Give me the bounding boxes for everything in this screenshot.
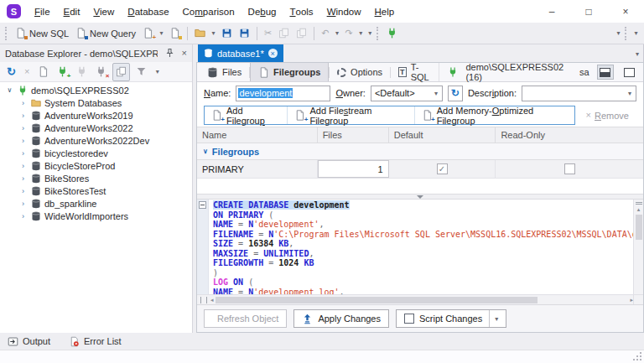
horizontal-scrollbar[interactable]: ◂ ▸: [197, 294, 643, 304]
splitter-handle-icon[interactable]: [417, 195, 423, 199]
expand-chevron-icon[interactable]: ›: [18, 149, 28, 158]
grid-sql-splitter[interactable]: [197, 194, 643, 200]
tree-item[interactable]: ›System Databases: [0, 96, 192, 109]
minimize-button[interactable]: –: [533, 0, 570, 23]
cut-button[interactable]: ✂: [261, 24, 275, 43]
fold-icon[interactable]: [199, 201, 206, 209]
scroll-up-icon[interactable]: ▴: [637, 206, 641, 212]
add-memory-optimized-filegroup-button[interactable]: +Add Memory-Optimized Filegroup: [414, 106, 574, 124]
new-sql-button[interactable]: New SQL: [12, 24, 72, 43]
tree-item[interactable]: ›AdventureWorks2022Dev: [0, 134, 192, 147]
toolbar-overflow-dropdown[interactable]: ▾: [631, 30, 641, 37]
tab-error-list[interactable]: Error List: [69, 336, 122, 347]
group-chevron-icon[interactable]: ∨: [203, 148, 208, 155]
redo-dropdown[interactable]: ▾: [356, 30, 366, 37]
resize-grip[interactable]: [633, 352, 641, 360]
script-changes-button[interactable]: Script Changes▾: [396, 309, 506, 328]
undo-button[interactable]: ↶: [318, 24, 332, 43]
collapse-chevron-icon[interactable]: ∨: [5, 86, 14, 94]
grid-group-row[interactable]: ∨Filegroups: [197, 143, 643, 160]
menu-window[interactable]: Window: [320, 0, 368, 23]
close-button[interactable]: ×: [607, 0, 644, 23]
horizontal-scroll-track[interactable]: [214, 295, 631, 304]
tab-options[interactable]: Options: [330, 63, 390, 81]
tree-item[interactable]: ›BikeStores: [0, 172, 192, 184]
tree-item[interactable]: ›db_sparkline: [0, 197, 192, 210]
tree-item[interactable]: ›WideWorldImporters: [0, 210, 192, 222]
connect-database-button[interactable]: [74, 63, 90, 81]
refresh-button[interactable]: ↻: [4, 63, 18, 81]
vertical-scroll-thumb[interactable]: [636, 215, 642, 240]
connect-button[interactable]: [383, 24, 401, 43]
name-input[interactable]: development: [236, 86, 330, 101]
toolbar-options-dropdown[interactable]: ▾: [614, 30, 623, 37]
default-checkbox[interactable]: ✓: [437, 163, 448, 174]
expand-chevron-icon[interactable]: ›: [18, 137, 28, 145]
readonly-checkbox[interactable]: [564, 163, 575, 174]
new-object-button[interactable]: [166, 24, 184, 43]
tab-list-dropdown[interactable]: ▾: [636, 51, 639, 58]
expand-chevron-icon[interactable]: ›: [18, 212, 28, 220]
menu-tools[interactable]: Tools: [283, 0, 319, 23]
tab-tsql[interactable]: TT-SQL: [391, 63, 439, 81]
editor-splitter-grip-icon[interactable]: [636, 202, 642, 205]
apply-changes-button[interactable]: Apply Changes: [293, 309, 389, 328]
add-filestream-filegroup-button[interactable]: +Add Filestream Filegroup: [287, 106, 413, 124]
maximize-button[interactable]: □: [570, 0, 607, 23]
redo-button[interactable]: ↷: [342, 24, 356, 43]
new-document-button[interactable]: +: [139, 24, 157, 43]
tab-filegroups[interactable]: Filegroups: [250, 63, 329, 81]
menu-comparison[interactable]: Comparison: [176, 0, 242, 23]
tree-item[interactable]: ›BikeStoresTest: [0, 184, 192, 197]
owner-dropdown-icon[interactable]: ▾: [432, 90, 440, 97]
tree-item[interactable]: ∨demo\SQLEXPRESS02: [0, 84, 192, 96]
server-label[interactable]: demo\SQLEXPRESS02 (16): [465, 62, 572, 82]
expand-chevron-icon[interactable]: ›: [18, 124, 28, 132]
refresh-object-button[interactable]: Refresh Object: [204, 309, 287, 328]
description-select[interactable]: ▾: [522, 86, 636, 101]
open-file-dropdown[interactable]: ▾: [209, 30, 218, 37]
files-cell[interactable]: 1: [318, 160, 389, 178]
tab-files[interactable]: Files: [200, 63, 249, 81]
save-button[interactable]: [218, 24, 236, 43]
panel-close-icon[interactable]: ×: [182, 49, 187, 58]
paste-button[interactable]: [293, 24, 310, 43]
menu-edit[interactable]: Edit: [57, 0, 87, 23]
new-document-dropdown[interactable]: ▾: [157, 30, 166, 37]
expand-chevron-icon[interactable]: ›: [18, 99, 28, 107]
table-row[interactable]: PRIMARY1✓: [197, 160, 643, 179]
user-label[interactable]: sa: [579, 67, 589, 77]
owner-refresh-button[interactable]: ↻: [448, 86, 463, 101]
expand-chevron-icon[interactable]: ›: [18, 200, 28, 208]
tree-item[interactable]: ›BicycleStoreProd: [0, 159, 192, 172]
owner-select[interactable]: <Default>▾: [371, 86, 443, 101]
expand-chevron-icon[interactable]: ›: [18, 187, 28, 195]
expand-chevron-icon[interactable]: ›: [18, 174, 28, 183]
sql-code[interactable]: CREATE DATABASE developmentON PRIMARY (N…: [209, 200, 633, 294]
menu-debug[interactable]: Debug: [242, 0, 283, 23]
expand-chevron-icon[interactable]: ›: [18, 162, 28, 170]
layout-split-button[interactable]: [597, 65, 614, 80]
script-changes-dropdown[interactable]: ▾: [489, 310, 498, 327]
document-tab[interactable]: database1* ×: [198, 44, 283, 62]
remove-button[interactable]: ×Remove: [579, 106, 636, 125]
vertical-scrollbar[interactable]: ▴: [633, 200, 643, 294]
close-tab-icon[interactable]: ×: [268, 49, 278, 58]
description-dropdown-icon[interactable]: ▾: [626, 90, 634, 97]
tree-item[interactable]: ›AdventureWorks2019: [0, 109, 192, 122]
delete-button[interactable]: ×: [22, 63, 32, 81]
save-all-button[interactable]: [236, 24, 253, 43]
menu-help[interactable]: Help: [368, 0, 402, 23]
hsplitter-grip-icon[interactable]: [200, 297, 207, 303]
layout-full-button[interactable]: [621, 65, 638, 80]
menu-file[interactable]: File: [28, 0, 57, 23]
add-filegroup-button[interactable]: +Add Filegroup: [205, 106, 287, 124]
disconnect-button[interactable]: ×: [93, 63, 109, 81]
history-dropdown[interactable]: ▾: [366, 30, 375, 37]
explorer-more-dropdown[interactable]: ▾: [153, 69, 162, 75]
tree-item[interactable]: ›AdventureWorks2022: [0, 122, 192, 134]
open-file-button[interactable]: [191, 24, 209, 43]
expand-chevron-icon[interactable]: ›: [18, 111, 28, 120]
properties-button[interactable]: [35, 63, 51, 81]
menu-view[interactable]: View: [86, 0, 121, 23]
